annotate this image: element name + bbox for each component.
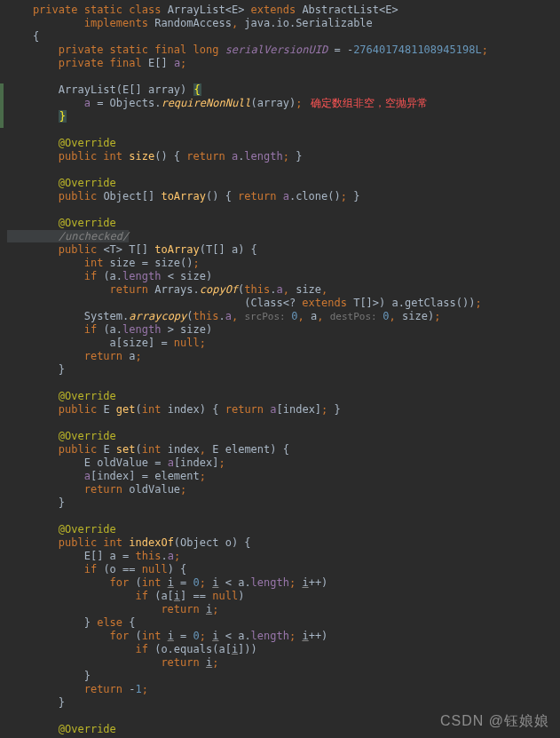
inline-comment: 确定数组非空，空抛异常 xyxy=(302,97,428,109)
code-line: @Override xyxy=(7,390,560,403)
code-line: } xyxy=(7,110,560,123)
code-line xyxy=(7,710,560,723)
code-line xyxy=(7,417,560,430)
code-line xyxy=(7,163,560,177)
code-line: for (int i = 0; i < a.length; i++) xyxy=(7,630,560,643)
code-line: if (o == null) { xyxy=(7,563,560,576)
code-line: return i; xyxy=(7,603,560,616)
code-line: E oldValue = a[index]; xyxy=(7,456,560,470)
code-line: if (a.length < size) xyxy=(7,270,560,283)
code-line: return oldValue; xyxy=(7,483,560,496)
code-line: a[size] = null; xyxy=(7,337,560,350)
code-line: } else { xyxy=(7,616,560,630)
code-line: } xyxy=(7,696,560,710)
code-line: return Arrays.copyOf(this.a, size, xyxy=(7,283,560,297)
code-line xyxy=(7,123,560,137)
code-line: } xyxy=(7,670,560,683)
code-line: @Override xyxy=(7,217,560,230)
code-line: for (int i = 0; i < a.length; i++) xyxy=(7,576,560,590)
code-line: public <T> T[] toArray(T[] a) { xyxy=(7,243,560,257)
code-line: int size = size(); xyxy=(7,257,560,270)
code-line: /unchecked/ xyxy=(7,230,560,243)
code-line: @Override xyxy=(7,523,560,536)
code-line: @Override xyxy=(7,137,560,150)
code-line: (Class<? extends T[]>) a.getClass()); xyxy=(7,297,560,310)
code-line: return -1; xyxy=(7,683,560,696)
change-marker xyxy=(0,83,4,128)
code-line: return a; xyxy=(7,350,560,363)
code-line: public Object[] toArray() { return a.clo… xyxy=(7,190,560,203)
code-line: return i; xyxy=(7,656,560,670)
code-line: } xyxy=(7,496,560,510)
code-line: @Override xyxy=(7,177,560,190)
code-line: if (o.equals(a[i])) xyxy=(7,643,560,656)
code-line: private static class ArrayList<E> extend… xyxy=(7,4,560,17)
code-line: { xyxy=(7,30,560,44)
code-line: private static final long serialVersionU… xyxy=(7,44,560,57)
code-line: if (a[i] == null) xyxy=(7,590,560,603)
code-line: @Override xyxy=(7,723,560,736)
code-line: a[index] = element; xyxy=(7,470,560,483)
code-line xyxy=(7,203,560,217)
code-line xyxy=(7,70,560,83)
code-line: @Override xyxy=(7,430,560,443)
code-line: public int size() { return a.length; } xyxy=(7,150,560,163)
code-line: ArrayList(E[] array) { xyxy=(7,83,560,97)
code-line xyxy=(7,510,560,523)
code-line: implements RandomAccess, java.io.Seriali… xyxy=(7,17,560,30)
code-line: } xyxy=(7,363,560,377)
code-line: System.arraycopy(this.a, srcPos: 0, a, d… xyxy=(7,310,560,323)
code-line xyxy=(7,377,560,390)
code-line: a = Objects.requireNonNull(array); 确定数组非… xyxy=(7,97,560,110)
code-line: public E get(int index) { return a[index… xyxy=(7,403,560,417)
code-line: public int indexOf(Object o) { xyxy=(7,536,560,550)
code-line: if (a.length > size) xyxy=(7,323,560,337)
code-line: public E set(int index, E element) { xyxy=(7,443,560,456)
code-line: E[] a = this.a; xyxy=(7,550,560,563)
code-line: private final E[] a; xyxy=(7,57,560,70)
